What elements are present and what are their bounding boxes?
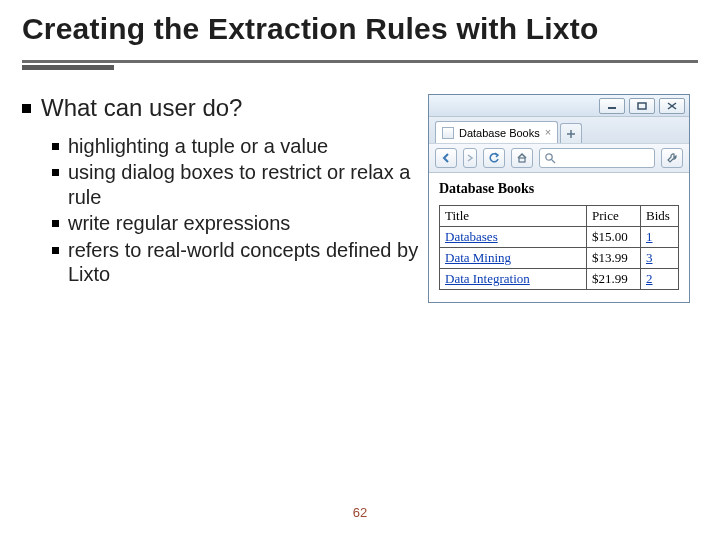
minimize-button[interactable] (599, 98, 625, 114)
browser-toolbar (429, 143, 689, 173)
close-button[interactable] (659, 98, 685, 114)
table-row: Data Integration $21.99 2 (440, 269, 679, 290)
bullet-square-icon (52, 220, 59, 227)
price-cell: $13.99 (587, 248, 641, 269)
table-header-row: Title Price Bids (440, 206, 679, 227)
data-table: Title Price Bids Databases $15.00 1 Data… (439, 205, 679, 290)
bullet-level2-text: using dialog boxes to restrict or relax … (68, 160, 420, 209)
home-button[interactable] (511, 148, 533, 168)
svg-point-7 (546, 154, 552, 160)
svg-rect-1 (638, 103, 646, 109)
browser-window: Database Books × (428, 94, 690, 303)
arrow-left-icon (441, 153, 451, 163)
title-link[interactable]: Data Integration (445, 271, 530, 286)
table-row: Data Mining $13.99 3 (440, 248, 679, 269)
bids-link[interactable]: 2 (646, 271, 653, 286)
bullet-level2: highlighting a tuple or a value (52, 134, 420, 158)
maximize-button[interactable] (629, 98, 655, 114)
bids-link[interactable]: 3 (646, 250, 653, 265)
bullet-level2: write regular expressions (52, 211, 420, 235)
bullet-square-icon (52, 143, 59, 150)
title-link[interactable]: Data Mining (445, 250, 511, 265)
browser-tab[interactable]: Database Books × (435, 121, 558, 143)
wrench-icon (666, 152, 678, 164)
bullet-square-icon (22, 104, 31, 113)
search-icon (544, 152, 556, 164)
divider-thin (22, 60, 698, 63)
bullet-square-icon (52, 169, 59, 176)
tools-button[interactable] (661, 148, 683, 168)
svg-rect-6 (519, 158, 525, 162)
page-heading: Database Books (439, 181, 679, 197)
divider-thick-accent (22, 65, 114, 70)
bullet-square-icon (52, 247, 59, 254)
reload-icon (488, 152, 500, 164)
bullet-level2-text: highlighting a tuple or a value (68, 134, 328, 158)
page-icon (442, 127, 454, 139)
maximize-icon (637, 102, 647, 110)
price-cell: $15.00 (587, 227, 641, 248)
reload-button[interactable] (483, 148, 505, 168)
svg-line-8 (552, 160, 555, 163)
tab-close-icon[interactable]: × (545, 127, 551, 138)
slide-number: 62 (0, 505, 720, 520)
col-title: Title (440, 206, 587, 227)
bullet-level2-text: refers to real-world concepts defined by… (68, 238, 420, 287)
bullet-level1-text: What can user do? (41, 94, 242, 122)
bullet-level2-text: write regular expressions (68, 211, 290, 235)
bullet-level1: What can user do? (22, 94, 420, 122)
bullet-level2: using dialog boxes to restrict or relax … (52, 160, 420, 209)
back-button[interactable] (435, 148, 457, 168)
tab-strip: Database Books × (429, 117, 689, 143)
slide-title: Creating the Extraction Rules with Lixto (22, 12, 698, 46)
bullet-level2: refers to real-world concepts defined by… (52, 238, 420, 287)
minimize-icon (607, 102, 617, 110)
table-row: Databases $15.00 1 (440, 227, 679, 248)
browser-page: Database Books Title Price Bids Database… (429, 173, 689, 302)
plus-icon (566, 129, 576, 139)
home-icon (516, 152, 528, 164)
address-bar[interactable] (539, 148, 655, 168)
col-bids: Bids (641, 206, 679, 227)
close-icon (667, 102, 677, 110)
arrow-right-icon (466, 153, 474, 163)
col-price: Price (587, 206, 641, 227)
bids-link[interactable]: 1 (646, 229, 653, 244)
title-link[interactable]: Databases (445, 229, 498, 244)
tab-label: Database Books (459, 127, 540, 139)
window-titlebar (429, 95, 689, 117)
new-tab-button[interactable] (560, 123, 582, 143)
forward-button[interactable] (463, 148, 477, 168)
price-cell: $21.99 (587, 269, 641, 290)
